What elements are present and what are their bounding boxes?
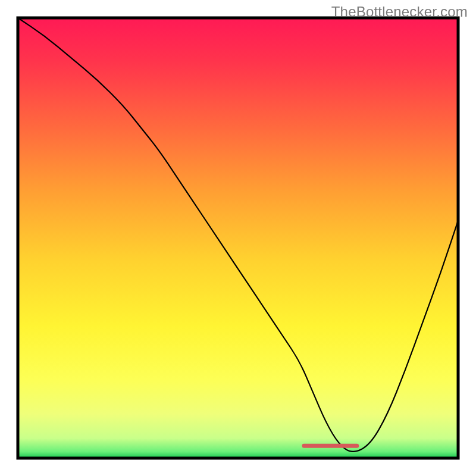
watermark-text: TheBottlenecker.com bbox=[331, 4, 468, 20]
bottleneck-chart bbox=[0, 0, 476, 476]
plot-area bbox=[18, 18, 458, 458]
